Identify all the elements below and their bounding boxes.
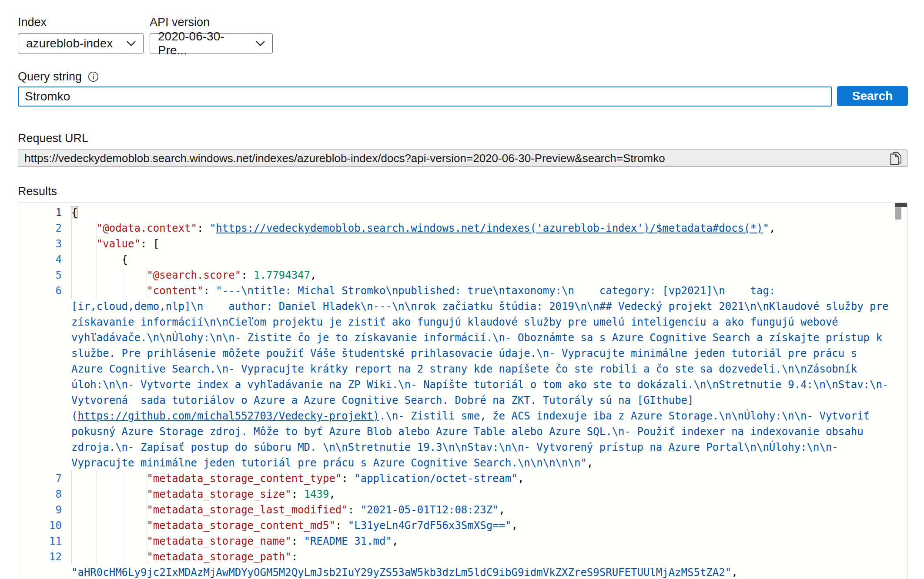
code-token-key: "metadata_storage_path" [147,551,291,563]
search-explorer-page: { "page": { "index": { "label": "Index",… [0,0,924,579]
line-number: 1 [18,205,62,220]
code-token-punct [71,504,147,516]
code-area: 1{2 "@odata.context": "https://vedeckyde… [18,203,907,579]
code-line: 7 "metadata_storage_content_type": "appl… [18,471,907,486]
code-token-key: "@odata.context" [97,222,197,234]
code-line: 12 "metadata_storage_path": "aHR0cHM6Ly9… [18,549,907,579]
code-token-str: "---\ntitle: Michal Stromko\npublished: … [71,285,895,422]
request-url-box: https://vedeckydemoblob.search.windows.n… [18,150,907,167]
line-number: 7 [18,471,62,486]
code-link[interactable]: https://github.com/michal552703/Vedecky-… [77,410,379,422]
code-line: 5 "@search.score": 1.7794347, [18,267,907,283]
query-string-label-text: Query string [18,70,82,83]
code-token-punct: : [203,285,216,297]
query-string-input[interactable] [18,87,832,106]
copy-icon[interactable] [884,151,907,166]
code-token-punct: : [241,269,254,281]
code-token-punct: : [291,488,304,500]
results-label: Results [18,185,57,198]
code-token-punct: : [348,504,361,516]
code-token-key: "@search.score" [147,269,241,281]
api-version-label: API version [150,16,210,29]
request-url-value: https://vedeckydemoblob.search.windows.n… [18,152,884,165]
vertical-scrollbar-thumb[interactable] [895,207,901,220]
index-dropdown-value: azureblob-index [26,37,113,50]
code-token-str: "application/octet-stream" [354,473,518,485]
code-token-key: "metadata_storage_last_modified" [147,504,348,516]
code-line: 10 "metadata_storage_content_md5": "L31y… [18,518,907,533]
code-token-punct: , [769,222,775,234]
query-string-label: Query string [18,70,99,85]
code-line: 4 { [18,252,907,267]
search-button[interactable]: Search [837,86,908,106]
code-token-punct: : [ [141,238,159,250]
code-token-punct [71,238,97,250]
code-token-punct [71,285,147,297]
code-line: 11 "metadata_storage_name": "README 31.m… [18,533,907,549]
code-token-punct [71,551,147,563]
code-token-punct [71,473,147,485]
info-icon[interactable] [88,71,99,85]
code-token-str: " [763,222,769,234]
code-token-num: 1.7794347 [254,269,310,281]
code-token-punct: : [335,519,348,532]
chevron-down-icon [255,40,265,47]
code-token-punct: , [329,488,335,500]
code-token-strblock: "aHR0cHM6Ly9jc2IxMDAzMjAwMDYyOGM5M2QyLmJ… [71,565,731,579]
line-number: 11 [18,533,62,549]
code-token-punct: , [731,566,737,579]
code-line: 9 "metadata_storage_last_modified": "202… [18,502,907,518]
code-token-punct: , [499,504,505,516]
index-dropdown[interactable]: azureblob-index [18,33,144,53]
chevron-down-icon [126,40,136,47]
code-token-str: "README 31.md" [304,535,392,547]
code-line: 8 "metadata_storage_size": 1439, [18,486,907,502]
scrollbar-top-decoration [895,203,907,207]
code-line: 3 "value": [ [18,236,907,252]
code-token-punct [71,222,97,234]
results-json-editor[interactable]: 1{2 "@odata.context": "https://vedeckyde… [18,203,907,579]
code-line: 2 "@odata.context": "https://vedeckydemo… [18,220,907,236]
api-version-dropdown[interactable]: 2020-06-30-Pre... [150,33,273,53]
line-number: 8 [18,486,62,502]
code-token-key: "metadata_storage_content_type" [147,473,341,485]
code-line: 1{ [18,205,907,220]
code-token-brace: { [71,206,77,219]
code-token-punct: : [197,222,210,234]
line-number: 5 [18,267,62,283]
line-number: 2 [18,220,62,236]
code-token-key: "value" [97,238,141,250]
code-token-punct: , [310,269,316,281]
code-token-punct: : [291,535,304,547]
code-link[interactable]: https://vedeckydemoblob.search.windows.n… [216,222,763,234]
code-token-punct: , [587,457,593,469]
code-token-punct: : [341,473,354,485]
code-token-punct: : [291,551,304,563]
index-label: Index [18,16,47,29]
code-line: 6 "content": "---\ntitle: Michal Stromko… [18,283,907,471]
code-token-key: "metadata_storage_content_md5" [147,519,335,532]
code-token-punct [71,488,147,500]
code-token-key: "metadata_storage_name" [147,535,291,547]
code-token-punct [71,519,147,532]
line-number: 4 [18,252,62,267]
code-token-key: "content" [147,285,203,297]
code-token-num: 1439 [304,488,329,500]
matched-brace: { [71,206,77,219]
code-token-str: " [210,222,216,234]
code-token-str: "2021-05-01T12:08:23Z" [361,504,499,516]
code-token-punct: , [518,473,524,485]
code-token-punct: { [71,253,128,266]
line-number: 3 [18,236,62,252]
code-token-str: "L31yeLn4Gr7dF56x3SmXSg==" [348,519,512,532]
code-token-key: "metadata_storage_size" [147,488,291,500]
request-url-label: Request URL [18,132,88,145]
line-number: 9 [18,502,62,518]
code-token-punct [71,269,147,281]
line-number: 10 [18,518,62,533]
line-number: 6 [18,283,62,299]
line-number: 12 [18,549,62,565]
code-token-punct: , [392,535,398,547]
code-token-punct: , [511,519,517,532]
api-version-dropdown-value: 2020-06-30-Pre... [158,30,249,57]
